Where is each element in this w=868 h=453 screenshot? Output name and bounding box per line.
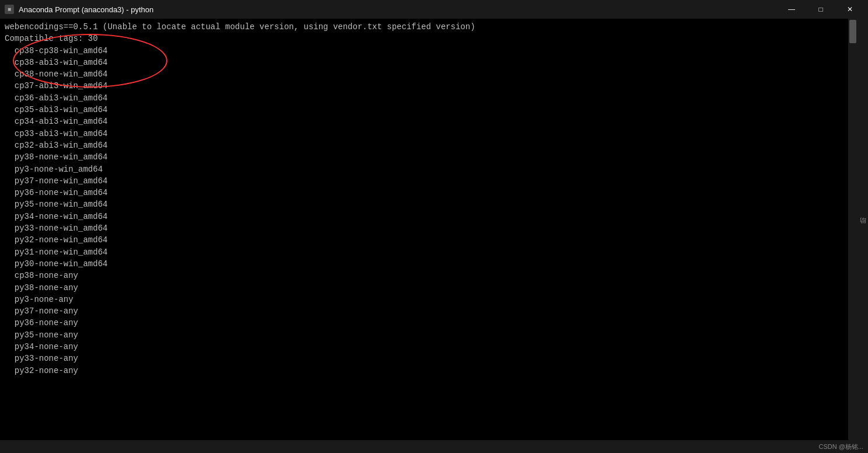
terminal-line: py32-none-win_amd64 (5, 234, 844, 246)
content-area: webencodings==0.5.1 (Unable to locate ac… (0, 19, 868, 440)
terminal-line: cp35-abi3-win_amd64 (5, 104, 844, 116)
minimize-button[interactable]: — (778, 0, 805, 19)
terminal-line: py35-none-win_amd64 (5, 198, 844, 210)
app-icon: ■ (5, 5, 14, 14)
terminal-line: cp38-abi3-win_amd64 (5, 57, 844, 68)
scrollbar-thumb[interactable] (849, 20, 856, 43)
terminal-line: cp37-abi3-win_amd64 (5, 80, 844, 92)
terminal-line: webencodings==0.5.1 (Unable to locate ac… (5, 21, 844, 33)
terminal[interactable]: webencodings==0.5.1 (Unable to locate ac… (0, 19, 848, 440)
terminal-line: py37-none-any (5, 305, 844, 317)
terminal-line: py33-none-any (5, 353, 844, 364)
terminal-line: py31-none-win_amd64 (5, 246, 844, 258)
bottom-bar: CSDN @杨铭... (0, 440, 868, 453)
watermark: CSDN @杨铭... (818, 442, 863, 451)
terminal-line: py34-none-any (5, 341, 844, 353)
terminal-line: cp32-abi3-win_amd64 (5, 140, 844, 151)
terminal-line: py38-none-any (5, 282, 844, 294)
side-panel: 助 (858, 19, 868, 440)
terminal-line: Compatible tags: 30 (5, 33, 844, 44)
scrollbar[interactable] (848, 19, 858, 440)
terminal-line: py3-none-any (5, 294, 844, 305)
maximize-button[interactable]: □ (807, 0, 834, 19)
terminal-line: cp38-cp38-win_amd64 (5, 45, 844, 57)
terminal-line: py33-none-win_amd64 (5, 222, 844, 234)
terminal-line: cp34-abi3-win_amd64 (5, 116, 844, 127)
close-button[interactable]: ✕ (836, 0, 863, 19)
window: ■ Anaconda Prompt (anaconda3) - python —… (0, 0, 868, 453)
terminal-line: cp38-none-any (5, 270, 844, 281)
title-bar-left: ■ Anaconda Prompt (anaconda3) - python (5, 5, 153, 14)
window-controls: — □ ✕ (778, 0, 863, 19)
terminal-line: py36-none-any (5, 317, 844, 329)
terminal-line: py3-none-win_amd64 (5, 163, 844, 175)
terminal-line: py36-none-win_amd64 (5, 187, 844, 198)
terminal-line: py35-none-any (5, 329, 844, 341)
terminal-line: cp36-abi3-win_amd64 (5, 92, 844, 104)
title-bar: ■ Anaconda Prompt (anaconda3) - python —… (0, 0, 868, 19)
terminal-line: py37-none-win_amd64 (5, 175, 844, 187)
terminal-line: py34-none-win_amd64 (5, 211, 844, 222)
terminal-line: cp33-abi3-win_amd64 (5, 128, 844, 140)
terminal-line: py38-none-win_amd64 (5, 151, 844, 163)
terminal-line: py30-none-win_amd64 (5, 258, 844, 270)
terminal-line: cp38-none-win_amd64 (5, 68, 844, 80)
terminal-line: py32-none-any (5, 365, 844, 377)
window-title: Anaconda Prompt (anaconda3) - python (19, 5, 153, 14)
